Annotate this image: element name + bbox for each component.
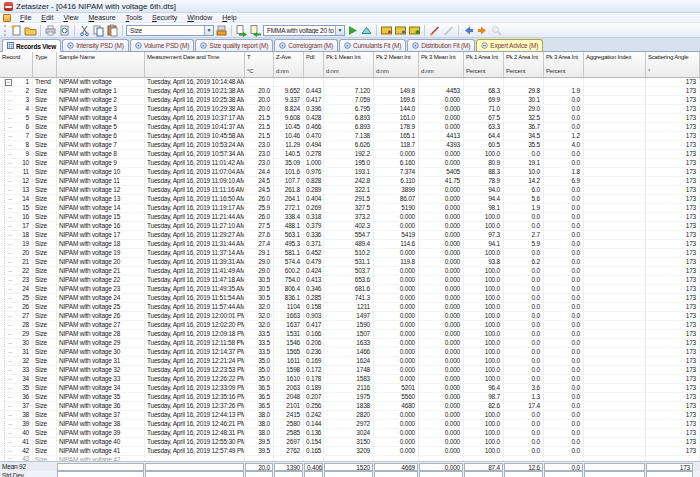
menu-item-window[interactable]: Window: [182, 14, 217, 21]
partial-table-row[interactable]: –43SizeNIPAM with voltage 42: [0, 456, 700, 461]
table-row[interactable]: –14SizeNIPAM with voltage 13Tuesday, Apr…: [0, 195, 700, 204]
table-row[interactable]: –9SizeNIPAM with voltage 8Tuesday, April…: [0, 150, 700, 159]
tab-intensity-psd-m[interactable]: Intensity PSD (M): [62, 39, 129, 51]
search-icon[interactable]: [490, 24, 503, 37]
table-row[interactable]: –18SizeNIPAM with voltage 17Tuesday, Apr…: [0, 231, 700, 240]
import-records-icon[interactable]: [249, 24, 262, 37]
table-row[interactable]: –12SizeNIPAM with voltage 11Tuesday, Apr…: [0, 177, 700, 186]
cut-icon[interactable]: [78, 24, 91, 37]
table-row[interactable]: –28SizeNIPAM with voltage 27Tuesday, Apr…: [0, 321, 700, 330]
sop-file-icon[interactable]: [380, 24, 393, 37]
table-row[interactable]: –2SizeNIPAM with voltage 1Tuesday, April…: [0, 87, 700, 96]
table-row[interactable]: –10SizeNIPAM with voltage 9Tuesday, Apri…: [0, 159, 700, 168]
column-header-record[interactable]: Record: [0, 52, 33, 68]
tree-expander-icon[interactable]: –: [4, 79, 15, 86]
extract-records-icon[interactable]: [235, 24, 248, 37]
table-row[interactable]: –32SizeNIPAM with voltage 31Tuesday, Apr…: [0, 357, 700, 366]
column-header-aggregation_index[interactable]: Aggregation Index: [584, 52, 646, 68]
table-row[interactable]: –40SizeNIPAM with voltage 39Tuesday, Apr…: [0, 429, 700, 438]
table-row[interactable]: –23SizeNIPAM with voltage 22Tuesday, Apr…: [0, 276, 700, 285]
menu-item-file[interactable]: File: [15, 14, 36, 21]
copy-icon[interactable]: [92, 24, 105, 37]
table-row[interactable]: –24SizeNIPAM with voltage 23Tuesday, Apr…: [0, 285, 700, 294]
chevron-down-icon[interactable]: ▼: [335, 26, 344, 35]
measurement-type-combobox[interactable]: Size ▼: [126, 25, 214, 36]
menu-item-measure[interactable]: Measure: [83, 14, 120, 21]
table-row[interactable]: –41SizeNIPAM with voltage 40Tuesday, Apr…: [0, 438, 700, 447]
table-row[interactable]: –33SizeNIPAM with voltage 32Tuesday, Apr…: [0, 366, 700, 375]
back-arrow-icon[interactable]: [462, 24, 475, 37]
paste-icon[interactable]: [106, 24, 119, 37]
print-icon[interactable]: [44, 24, 57, 37]
dts-file-icon[interactable]: [394, 24, 407, 37]
table-row[interactable]: –25SizeNIPAM with voltage 24Tuesday, Apr…: [0, 294, 700, 303]
table-row[interactable]: –17SizeNIPAM with voltage 16Tuesday, Apr…: [0, 222, 700, 231]
tab-cumulants-fit-m[interactable]: Cumulants Fit (M): [339, 39, 406, 51]
tab-expert-advice-m[interactable]: Expert Advice (M): [476, 39, 543, 51]
column-header-pk3_mean[interactable]: Pk 3 Mean Int: [419, 52, 464, 68]
column-header-pk1_area[interactable]: Pk 1 Area Int: [464, 52, 504, 68]
edit-result-icon[interactable]: [215, 24, 228, 37]
table-row[interactable]: –13SizeNIPAM with voltage 12Tuesday, Apr…: [0, 186, 700, 195]
table-row[interactable]: –34SizeNIPAM with voltage 33Tuesday, Apr…: [0, 375, 700, 384]
table-row[interactable]: –39SizeNIPAM with voltage 38Tuesday, Apr…: [0, 420, 700, 429]
table-row[interactable]: –21SizeNIPAM with voltage 20Tuesday, Apr…: [0, 258, 700, 267]
tab-correlogram-m[interactable]: Correlogram (M): [274, 39, 338, 51]
open-folder-icon[interactable]: [24, 24, 37, 37]
new-file-icon[interactable]: [10, 24, 23, 37]
table-row[interactable]: –4SizeNIPAM with voltage 3Tuesday, April…: [0, 105, 700, 114]
menu-item-edit[interactable]: Edit: [36, 14, 58, 21]
column-header-pdi[interactable]: PdI: [304, 52, 324, 68]
column-header-sample_name[interactable]: Sample Name: [57, 52, 145, 68]
column-header-datetime[interactable]: Measurement Date and Time: [145, 52, 245, 68]
table-row[interactable]: –31SizeNIPAM with voltage 30Tuesday, Apr…: [0, 348, 700, 357]
table-row[interactable]: –42SizeNIPAM with voltage 41Tuesday, Apr…: [0, 447, 700, 456]
table-row[interactable]: –20SizeNIPAM with voltage 19Tuesday, Apr…: [0, 249, 700, 258]
column-header-type[interactable]: Type: [33, 52, 57, 68]
tab-size-quality-report-m[interactable]: Size quality report (M): [195, 39, 273, 51]
column-header-pk2_mean[interactable]: Pk 2 Mean Int: [374, 52, 419, 68]
table-row[interactable]: –38SizeNIPAM with voltage 37Tuesday, Apr…: [0, 411, 700, 420]
table-row[interactable]: –26SizeNIPAM with voltage 25Tuesday, Apr…: [0, 303, 700, 312]
table-row[interactable]: –7SizeNIPAM with voltage 6Tuesday, April…: [0, 132, 700, 141]
table-row[interactable]: –6SizeNIPAM with voltage 5Tuesday, April…: [0, 123, 700, 132]
table-row[interactable]: –5SizeNIPAM with voltage 4Tuesday, April…: [0, 114, 700, 123]
table-row[interactable]: –11SizeNIPAM with voltage 10Tuesday, Apr…: [0, 168, 700, 177]
sop-combobox[interactable]: FMMA with voltage 20 to 4 ▼: [263, 25, 345, 36]
start-measurement-icon[interactable]: [346, 24, 359, 37]
table-row[interactable]: –35SizeNIPAM with voltage 34Tuesday, Apr…: [0, 384, 700, 393]
table-row[interactable]: –30SizeNIPAM with voltage 29Tuesday, Apr…: [0, 339, 700, 348]
forward-arrow-icon[interactable]: [476, 24, 489, 37]
column-header-pk1_mean[interactable]: Pk 1 Mean Int: [324, 52, 374, 68]
column-header-scattering_angle[interactable]: Scattering Angle: [646, 52, 700, 68]
table-row[interactable]: –3SizeNIPAM with voltage 2Tuesday, April…: [0, 96, 700, 105]
table-row[interactable]: –36SizeNIPAM with voltage 35Tuesday, Apr…: [0, 393, 700, 402]
document-system-icon[interactable]: [3, 14, 11, 22]
table-row[interactable]: –29SizeNIPAM with voltage 28Tuesday, Apr…: [0, 330, 700, 339]
table-row[interactable]: –1TrendNIPAM with voltageTuesday, April …: [0, 78, 700, 87]
column-header-t[interactable]: T: [245, 52, 274, 68]
table-row[interactable]: –15SizeNIPAM with voltage 14Tuesday, Apr…: [0, 204, 700, 213]
edit-pen-icon[interactable]: [428, 24, 441, 37]
minus-box-icon[interactable]: –: [5, 79, 12, 86]
table-row[interactable]: –16SizeNIPAM with voltage 15Tuesday, Apr…: [0, 213, 700, 222]
column-header-pk3_area[interactable]: Pk 3 Area Int: [544, 52, 584, 68]
table-row[interactable]: –19SizeNIPAM with voltage 18Tuesday, Apr…: [0, 240, 700, 249]
table-row[interactable]: –22SizeNIPAM with voltage 21Tuesday, Apr…: [0, 267, 700, 276]
tab-distribution-fit-m[interactable]: Distribution Fit (M): [407, 39, 475, 51]
menu-item-tools[interactable]: Tools: [121, 14, 147, 21]
menu-item-help[interactable]: Help: [217, 14, 241, 21]
stop-measurement-icon[interactable]: [360, 24, 373, 37]
menu-item-security[interactable]: Security: [147, 14, 182, 21]
tab-volume-psd-m[interactable]: Volume PSD (M): [130, 39, 195, 51]
tab-records-view[interactable]: Records View: [2, 39, 61, 52]
table-row[interactable]: –27SizeNIPAM with voltage 26Tuesday, Apr…: [0, 312, 700, 321]
print-preview-icon[interactable]: [58, 24, 71, 37]
column-header-zave[interactable]: Z-Ave: [274, 52, 304, 68]
menu-item-view[interactable]: View: [58, 14, 83, 21]
chevron-down-icon[interactable]: ▼: [204, 26, 213, 35]
add-record-file-icon[interactable]: [408, 24, 421, 37]
trend-pen-icon[interactable]: [442, 24, 455, 37]
column-header-pk2_area[interactable]: Pk 2 Area Int: [504, 52, 544, 68]
table-row[interactable]: –37SizeNIPAM with voltage 36Tuesday, Apr…: [0, 402, 700, 411]
